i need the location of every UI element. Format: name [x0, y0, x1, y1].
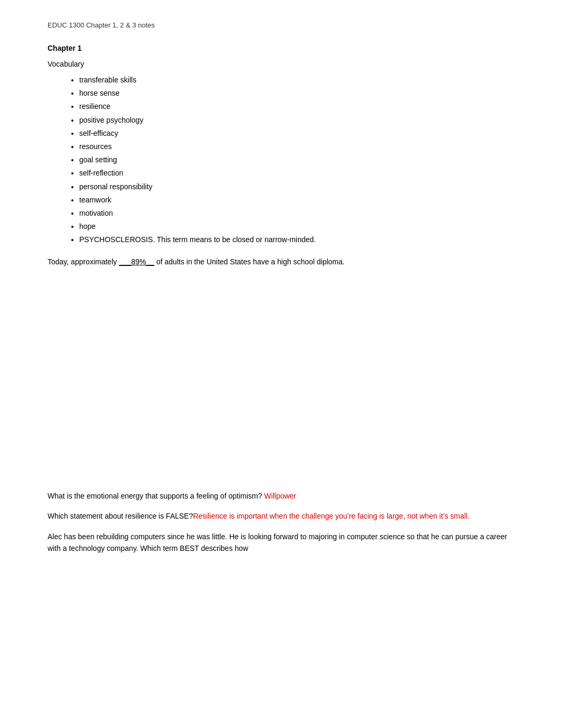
- vocab-list: transferable skills horse sense resilien…: [48, 73, 513, 246]
- list-item: self-efficacy: [79, 127, 513, 140]
- list-item: horse sense: [79, 87, 513, 100]
- question-text-3: Alec has been rebuilding computers since…: [48, 532, 507, 552]
- list-item: resilience: [79, 100, 513, 113]
- chapter-heading: Chapter 1: [48, 44, 513, 52]
- question-text-1: What is the emotional energy that suppor…: [48, 492, 262, 500]
- doc-title: EDUC 1300 Chapter 1, 2 & 3 notes: [48, 21, 513, 29]
- diploma-prefix: Today, approximately: [48, 257, 119, 266]
- list-item: transferable skills: [79, 73, 513, 87]
- diploma-suffix: of adults in the United States have a hi…: [154, 257, 344, 266]
- list-item: resources: [79, 140, 513, 153]
- question-block-2: Which statement about resilience is FALS…: [48, 510, 513, 522]
- list-item: goal setting: [79, 153, 513, 167]
- question-block-3: Alec has been rebuilding computers since…: [48, 531, 513, 555]
- list-item: positive psychology: [79, 114, 513, 127]
- question-block-1: What is the emotional energy that suppor…: [48, 490, 513, 502]
- list-item: PSYCHOSCLEROSIS. This term means to be c…: [79, 233, 513, 246]
- list-item: motivation: [79, 207, 513, 220]
- spacer: [48, 289, 513, 490]
- list-item: personal responsibility: [79, 180, 513, 193]
- question-text-2: Which statement about resilience is FALS…: [48, 512, 193, 520]
- vocabulary-label: Vocabulary: [48, 60, 513, 68]
- list-item: self-reflection: [79, 167, 513, 180]
- list-item: hope: [79, 220, 513, 233]
- diploma-highlight: ___89%__: [119, 257, 154, 266]
- list-item: teamwork: [79, 193, 513, 207]
- answer-text-1: Willpower: [262, 492, 296, 500]
- answer-text-2: Resilience is important when the challen…: [193, 512, 469, 520]
- diploma-text: Today, approximately ___89%__ of adults …: [48, 256, 513, 268]
